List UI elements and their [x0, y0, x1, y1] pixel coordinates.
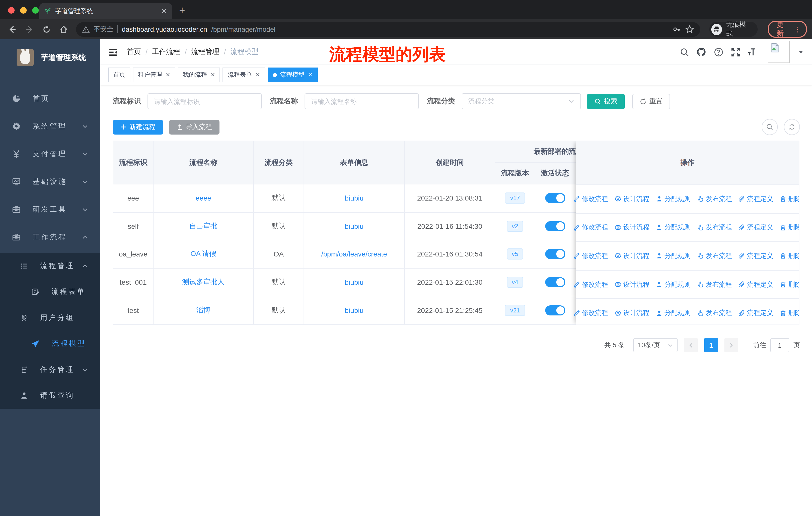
delete-link[interactable]: 删除 — [780, 194, 800, 203]
refresh-table-button[interactable] — [784, 119, 800, 135]
active-toggle[interactable] — [545, 249, 565, 259]
browser-update-button[interactable]: 更新 ⋮ — [768, 21, 807, 38]
sidebar-item-system[interactable]: 系统管理 — [0, 112, 100, 140]
process-definition-link[interactable]: 流程定义 — [738, 308, 773, 318]
user-avatar[interactable] — [768, 41, 790, 63]
sidebar-item-task-manage[interactable]: 任务管理 — [0, 357, 100, 383]
collapse-sidebar-icon[interactable] — [108, 47, 118, 57]
delete-link[interactable]: 删除 — [780, 280, 800, 289]
cell-form-link[interactable]: biubiu — [345, 194, 364, 202]
publish-process-link[interactable]: 发布流程 — [697, 251, 732, 261]
modify-process-link[interactable]: 修改流程 — [573, 280, 608, 289]
help-icon[interactable] — [713, 47, 723, 57]
show-search-button[interactable] — [762, 119, 778, 135]
tag-view[interactable]: 流程模型 ✕ — [267, 67, 317, 82]
design-process-link[interactable]: 设计流程 — [615, 223, 649, 232]
goto-page-input[interactable] — [770, 338, 789, 352]
sidebar-item-workflow[interactable]: 工作流程 — [0, 223, 100, 251]
breadcrumb-process-manage[interactable]: 流程管理 — [191, 47, 220, 56]
sidebar-item-leave-query[interactable]: 请假查询 — [0, 383, 100, 409]
cell-process-name-link[interactable]: eeee — [196, 194, 211, 202]
process-definition-link[interactable]: 流程定义 — [738, 223, 773, 232]
publish-process-link[interactable]: 发布流程 — [697, 223, 732, 232]
process-definition-link[interactable]: 流程定义 — [738, 280, 773, 289]
tag-view[interactable]: 首页 ✕ — [108, 67, 130, 82]
import-process-button[interactable]: 导入流程 — [169, 120, 220, 134]
version-badge[interactable]: v21 — [505, 305, 525, 316]
bookmark-star-icon[interactable] — [685, 25, 694, 34]
minimize-window-button[interactable] — [20, 7, 27, 13]
reload-button[interactable] — [39, 22, 54, 37]
tag-close-icon[interactable]: ✕ — [210, 72, 215, 78]
process-category-select[interactable]: 流程分类 — [462, 93, 581, 109]
tag-view[interactable]: 我的流程 ✕ — [178, 67, 220, 82]
fullscreen-icon[interactable] — [730, 47, 741, 57]
breadcrumb-home[interactable]: 首页 — [127, 47, 141, 56]
cell-form-link[interactable]: biubiu — [345, 222, 364, 230]
sidebar-item-process-form[interactable]: 流程表单 — [0, 279, 100, 305]
delete-link[interactable]: 删除 — [780, 308, 800, 318]
tag-view[interactable]: 租户管理 ✕ — [133, 67, 175, 82]
sidebar-item-process-model[interactable]: 流程模型 — [0, 331, 100, 357]
version-badge[interactable]: v5 — [507, 249, 523, 260]
delete-link[interactable]: 删除 — [780, 251, 800, 261]
sidebar-item-payment[interactable]: 支付管理 — [0, 140, 100, 168]
tab-close-icon[interactable]: ✕ — [161, 7, 167, 15]
version-badge[interactable]: v4 — [507, 277, 523, 288]
reset-button[interactable]: 重置 — [632, 93, 670, 109]
version-badge[interactable]: v2 — [507, 221, 523, 232]
cell-process-name-link[interactable]: 滔博 — [196, 306, 210, 315]
font-size-icon[interactable] — [748, 47, 758, 57]
publish-process-link[interactable]: 发布流程 — [697, 194, 732, 203]
github-icon[interactable] — [696, 47, 706, 57]
active-toggle[interactable] — [545, 193, 565, 203]
back-button[interactable] — [5, 22, 19, 37]
active-toggle[interactable] — [545, 305, 565, 315]
assign-rule-link[interactable]: 分配规则 — [656, 308, 691, 318]
process-key-input[interactable] — [147, 93, 262, 109]
cell-process-name-link[interactable]: 测试多审批人 — [182, 278, 225, 287]
cell-form-link[interactable]: biubiu — [345, 306, 364, 314]
breadcrumb-workflow[interactable]: 工作流程 — [152, 47, 180, 56]
security-label[interactable]: 不安全 — [94, 25, 113, 34]
sidebar-item-user-group[interactable]: 用户分组 — [0, 305, 100, 331]
modify-process-link[interactable]: 修改流程 — [573, 308, 608, 318]
password-key-icon[interactable] — [672, 25, 681, 34]
tag-close-icon[interactable]: ✕ — [256, 72, 260, 78]
assign-rule-link[interactable]: 分配规则 — [656, 280, 691, 289]
process-definition-link[interactable]: 流程定义 — [738, 251, 773, 261]
tag-close-icon[interactable]: ✕ — [166, 72, 170, 78]
version-badge[interactable]: v17 — [505, 193, 525, 204]
sidebar-item-infra[interactable]: 基础设施 — [0, 168, 100, 195]
new-tab-button[interactable]: + — [179, 4, 185, 16]
modify-process-link[interactable]: 修改流程 — [573, 194, 608, 203]
process-definition-link[interactable]: 流程定义 — [738, 194, 773, 203]
assign-rule-link[interactable]: 分配规则 — [656, 251, 691, 261]
address-bar[interactable]: 不安全 dashboard.yudao.iocoder.cn/bpm/manag… — [76, 22, 700, 36]
tag-close-icon[interactable]: ✕ — [308, 72, 312, 78]
design-process-link[interactable]: 设计流程 — [615, 251, 649, 261]
sidebar-item-devtools[interactable]: 研发工具 — [0, 195, 100, 223]
active-toggle[interactable] — [545, 221, 565, 231]
next-page-button[interactable] — [724, 338, 738, 352]
page-1-button[interactable]: 1 — [704, 338, 718, 352]
search-button[interactable]: 搜索 — [587, 93, 625, 109]
forward-button[interactable] — [22, 22, 36, 37]
search-icon[interactable] — [679, 47, 689, 57]
design-process-link[interactable]: 设计流程 — [615, 280, 649, 289]
sidebar-item-process-manage[interactable]: 流程管理 — [0, 253, 100, 279]
design-process-link[interactable]: 设计流程 — [615, 308, 649, 318]
browser-menu-icon[interactable]: ⋮ — [794, 25, 801, 33]
cell-process-name-link[interactable]: OA 请假 — [191, 250, 216, 259]
maximize-window-button[interactable] — [32, 7, 39, 13]
delete-link[interactable]: 删除 — [780, 223, 800, 232]
assign-rule-link[interactable]: 分配规则 — [656, 194, 691, 203]
modify-process-link[interactable]: 修改流程 — [573, 223, 608, 232]
cell-process-name-link[interactable]: 自己审批 — [189, 222, 218, 231]
browser-tab[interactable]: 芋道管理系统 ✕ — [39, 3, 172, 19]
cell-form-link[interactable]: biubiu — [345, 278, 364, 286]
caret-down-icon[interactable] — [798, 49, 804, 55]
modify-process-link[interactable]: 修改流程 — [573, 251, 608, 261]
process-name-input[interactable] — [304, 93, 419, 109]
active-toggle[interactable] — [545, 277, 565, 287]
